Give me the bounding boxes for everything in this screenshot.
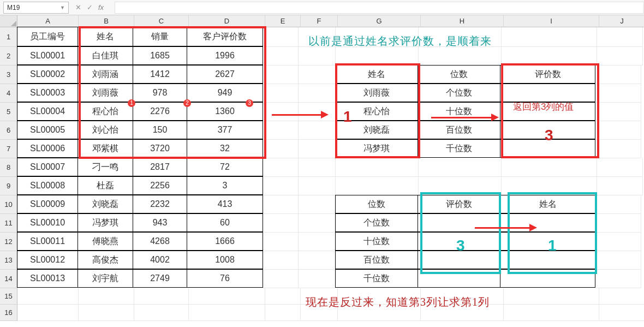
cell-H4[interactable]: 个位数: [418, 84, 500, 102]
cell-G10[interactable]: 位数: [335, 195, 418, 213]
cell-E13[interactable]: [263, 251, 299, 270]
cell-D7[interactable]: 32: [187, 139, 263, 158]
row-header-13[interactable]: 13: [0, 251, 17, 270]
chevron-down-icon[interactable]: ▼: [60, 5, 65, 10]
cell-E3[interactable]: [263, 66, 299, 84]
cell-C11[interactable]: 943: [133, 213, 187, 232]
cell-C3[interactable]: 1412: [133, 65, 187, 84]
cell-B3[interactable]: 刘雨涵: [77, 65, 133, 84]
cell-D6[interactable]: 377: [187, 121, 263, 139]
cell-A3[interactable]: SL00002: [17, 65, 78, 84]
cell-B7[interactable]: 邓紫棋: [77, 139, 133, 158]
cell-F4[interactable]: [299, 84, 336, 103]
cell-I12[interactable]: [500, 232, 595, 251]
cell-A8[interactable]: SL00007: [17, 158, 78, 176]
row-header-16[interactable]: 16: [0, 305, 17, 321]
cell-C5[interactable]: 2276: [133, 102, 187, 121]
cell-A13[interactable]: SL00012: [17, 251, 78, 269]
cell-F11[interactable]: [299, 214, 336, 233]
cell-E1[interactable]: [263, 27, 299, 47]
cell-G11[interactable]: 个位数: [335, 213, 418, 232]
cell-H7[interactable]: 千位数: [418, 139, 500, 158]
cell-B5[interactable]: 程心怡: [77, 102, 133, 121]
cell-H12[interactable]: [418, 232, 500, 251]
spreadsheet-grid[interactable]: ABCDEFGHIJ 12345678910111213141516 员工编号姓…: [0, 15, 644, 327]
cell-C2[interactable]: 1685: [133, 46, 187, 65]
cell-E11[interactable]: [263, 214, 299, 233]
row-header-1[interactable]: 1: [0, 27, 17, 47]
cell-A7[interactable]: SL00006: [17, 139, 78, 158]
cell-J4[interactable]: [595, 84, 641, 103]
cell-C1[interactable]: 销量: [133, 27, 187, 46]
cell-C10[interactable]: 2232: [133, 195, 187, 213]
row-header-12[interactable]: 12: [0, 233, 17, 251]
row-header-10[interactable]: 10: [0, 195, 17, 214]
cell-J12[interactable]: [595, 233, 641, 251]
cell-D2[interactable]: 1996: [187, 46, 263, 65]
cell-E9[interactable]: [263, 177, 299, 195]
cell-F8[interactable]: [299, 158, 336, 177]
cell-C13[interactable]: 4002: [133, 251, 187, 269]
cell-E5[interactable]: [263, 103, 299, 121]
cell-I4[interactable]: [500, 84, 595, 102]
cell-G13[interactable]: 百位数: [335, 251, 418, 269]
cell-B9[interactable]: 杜磊: [77, 176, 133, 195]
cell-C9[interactable]: 2256: [133, 176, 187, 195]
cell-A10[interactable]: SL00009: [17, 195, 78, 213]
select-all-corner[interactable]: [0, 15, 17, 27]
cell-B4[interactable]: 刘雨薇: [77, 84, 133, 102]
cell-A4[interactable]: SL00003: [17, 84, 78, 102]
cell-H3[interactable]: 位数: [418, 65, 500, 84]
cell-F16[interactable]: [301, 305, 338, 321]
row-header-14[interactable]: 14: [0, 270, 17, 288]
cell-I9[interactable]: [502, 177, 597, 195]
cell-D10[interactable]: 413: [187, 195, 263, 213]
cell-J2[interactable]: [597, 47, 643, 66]
cell-I13[interactable]: [500, 251, 595, 269]
cell-H5[interactable]: 十位数: [418, 102, 500, 121]
cell-G16[interactable]: [338, 305, 421, 321]
cell-G7[interactable]: 冯梦琪: [335, 139, 418, 158]
cell-I8[interactable]: [502, 158, 597, 177]
cell-C16[interactable]: [134, 305, 189, 321]
cell-D4[interactable]: 949: [187, 84, 263, 102]
cell-I11[interactable]: [500, 213, 595, 232]
fx-icon[interactable]: fx: [98, 3, 104, 11]
cell-B6[interactable]: 刘心怡: [77, 121, 133, 139]
cell-G15[interactable]: [338, 288, 421, 305]
col-header-I[interactable]: I: [504, 15, 599, 27]
cell-A5[interactable]: SL00004: [17, 102, 78, 121]
cell-D15[interactable]: [189, 288, 265, 305]
cell-J8[interactable]: [597, 158, 643, 177]
cell-A1[interactable]: 员工编号: [17, 27, 78, 46]
cell-B15[interactable]: [79, 288, 134, 305]
cell-D8[interactable]: 72: [187, 158, 263, 176]
col-header-A[interactable]: A: [17, 15, 79, 27]
row-header-8[interactable]: 8: [0, 158, 17, 177]
row-header-15[interactable]: 15: [0, 288, 17, 305]
row-header-9[interactable]: 9: [0, 177, 17, 195]
cell-area[interactable]: 员工编号姓名销量客户评价数SL00001白佳琪16851996SL00002刘雨…: [17, 27, 644, 321]
row-header-11[interactable]: 11: [0, 214, 17, 233]
cell-B13[interactable]: 高俊杰: [77, 251, 133, 269]
cell-H9[interactable]: [419, 177, 502, 195]
cell-I14[interactable]: [500, 269, 595, 288]
cell-J13[interactable]: [595, 251, 641, 270]
cell-D14[interactable]: 76: [187, 269, 263, 288]
cell-H11[interactable]: [418, 213, 500, 232]
cell-A11[interactable]: SL00010: [17, 213, 78, 232]
cell-A9[interactable]: SL00008: [17, 176, 78, 195]
cell-J6[interactable]: [595, 121, 641, 140]
cell-H2[interactable]: [419, 47, 502, 66]
cell-F10[interactable]: [299, 195, 336, 214]
cell-B11[interactable]: 冯梦琪: [77, 213, 133, 232]
row-headers[interactable]: 12345678910111213141516: [0, 27, 17, 321]
cell-C14[interactable]: 2749: [133, 269, 187, 288]
row-header-7[interactable]: 7: [0, 140, 17, 158]
cell-J11[interactable]: [595, 214, 641, 233]
cell-B2[interactable]: 白佳琪: [77, 46, 133, 65]
col-header-F[interactable]: F: [301, 15, 338, 27]
cell-D3[interactable]: 2627: [187, 65, 263, 84]
cell-F2[interactable]: [299, 47, 336, 66]
cell-J14[interactable]: [595, 270, 641, 288]
